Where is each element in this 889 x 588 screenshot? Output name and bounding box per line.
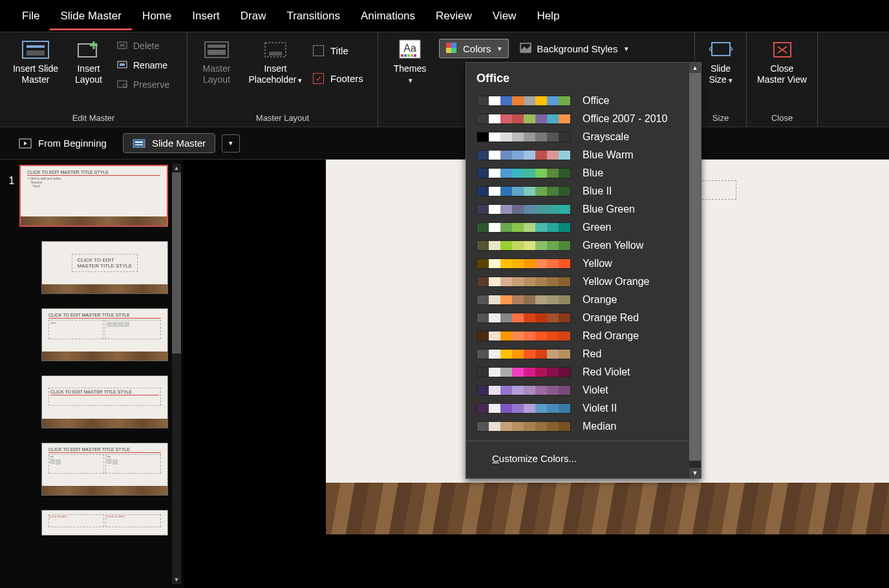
color-scheme-blue[interactable]: Blue (466, 164, 689, 182)
color-scheme-label: Blue (583, 167, 603, 179)
color-scheme-red-violet[interactable]: Red Violet (466, 363, 689, 381)
checkbox-checked-icon: ✓ (313, 73, 324, 84)
color-scheme-label: Orange (583, 294, 617, 306)
insert-slide-master-button[interactable]: Insert Slide Master (6, 36, 65, 88)
chevron-down-icon: ▾ (625, 45, 628, 53)
popup-scrollbar[interactable]: ▲ ▼ (689, 63, 701, 478)
color-scheme-office-2007-2010[interactable]: Office 2007 - 2010 (466, 110, 689, 128)
preserve-label: Preserve (133, 79, 169, 90)
insert-placeholder-button[interactable]: Insert Placeholder▾ (243, 36, 308, 88)
divider (466, 441, 689, 441)
color-swatch (477, 295, 571, 305)
size-group-label: Size (702, 113, 740, 127)
background-styles-button[interactable]: Background Styles ▾ (513, 39, 636, 58)
layout-thumbnail[interactable]: CLICK TO EDITCLICK TO EDIT (41, 510, 168, 536)
svg-rect-21 (404, 54, 407, 57)
master-layout-button: Master Layout (194, 36, 239, 88)
svg-rect-24 (414, 54, 416, 57)
scrollbar-handle[interactable] (689, 73, 701, 461)
master-layout-label: Master Layout (203, 63, 231, 85)
color-scheme-label: Yellow (583, 258, 612, 269)
svg-rect-27 (446, 48, 451, 53)
color-swatch (477, 313, 571, 323)
color-scheme-violet-ii[interactable]: Violet II (466, 399, 689, 417)
menu-view[interactable]: View (482, 2, 527, 30)
color-swatch (477, 258, 571, 269)
svg-rect-28 (451, 48, 456, 53)
menu-insert[interactable]: Insert (182, 2, 230, 30)
color-swatch (477, 150, 571, 160)
color-scheme-blue-green[interactable]: Blue Green (466, 200, 689, 218)
color-swatch (477, 132, 571, 142)
color-scheme-yellow-orange[interactable]: Yellow Orange (466, 273, 689, 291)
scroll-up-arrow[interactable]: ▲ (689, 63, 701, 73)
customize-colors-button[interactable]: Customize Colors... (466, 446, 689, 470)
color-scheme-label: Office (583, 95, 610, 107)
slide-master-mode-button[interactable]: Slide Master (123, 133, 215, 153)
footers-checkbox[interactable]: ✓ Footers (312, 70, 365, 87)
menu-transitions[interactable]: Transitions (276, 2, 350, 30)
close-master-view-button[interactable]: Close Master View (753, 36, 811, 88)
delete-button[interactable]: Delete (112, 38, 173, 54)
from-beginning-button[interactable]: From Beginning (9, 133, 116, 153)
color-scheme-blue-warm[interactable]: Blue Warm (466, 146, 689, 164)
scroll-down-arrow[interactable]: ▼ (689, 468, 701, 478)
menu-draw[interactable]: Draw (230, 2, 277, 30)
slide-master-thumbnail[interactable]: CLICK TO EDIT MASTER TITLE STYLE• Click … (19, 165, 168, 227)
layout-thumbnail[interactable]: CLICK TO EDIT MASTER TITLE STYLE• txt• t… (41, 443, 168, 496)
menu-help[interactable]: Help (526, 2, 570, 30)
svg-text:Aa: Aa (403, 43, 416, 54)
color-scheme-orange-red[interactable]: Orange Red (466, 309, 689, 327)
color-scheme-green-yellow[interactable]: Green Yellow (466, 236, 689, 255)
menu-home[interactable]: Home (132, 2, 182, 30)
color-scheme-label: Green (583, 222, 611, 233)
color-scheme-blue-ii[interactable]: Blue II (466, 182, 689, 200)
color-scheme-green[interactable]: Green (466, 218, 689, 236)
thumbnails-scrollbar[interactable]: ▲ ▼ (172, 163, 181, 584)
title-checkbox[interactable]: Title (312, 43, 365, 59)
color-swatch (477, 114, 571, 124)
themes-button[interactable]: Aa Themes▾ (385, 36, 435, 88)
svg-rect-35 (133, 140, 145, 147)
menu-file[interactable]: File (12, 2, 50, 30)
menu-review[interactable]: Review (425, 2, 482, 30)
master-layout-icon (200, 39, 233, 61)
colors-popup-header: Office (466, 68, 689, 92)
color-scheme-violet[interactable]: Violet (466, 381, 689, 399)
color-scheme-office[interactable]: Office (466, 92, 689, 110)
svg-rect-37 (135, 144, 143, 145)
colors-dropdown-button[interactable]: Colors ▾ (439, 39, 509, 58)
layout-thumbnail[interactable]: CLICK TO EDIT MASTER TITLE STYLE• text (41, 308, 168, 361)
insert-layout-button[interactable]: Insert Layout (69, 36, 109, 88)
svg-rect-20 (401, 54, 403, 57)
menu-slide-master[interactable]: Slide Master (50, 2, 131, 30)
main-area: 1 CLICK TO EDIT MASTER TITLE STYLE• Clic… (0, 160, 889, 588)
insert-slide-master-label: Insert Slide Master (13, 63, 58, 85)
color-swatch (477, 186, 571, 196)
scroll-up-arrow[interactable]: ▲ (173, 163, 181, 173)
color-scheme-red[interactable]: Red (466, 345, 689, 363)
slide-size-button[interactable]: Slide Size▾ (702, 36, 740, 88)
layout-thumbnail[interactable]: CLICK TO EDIT MASTER TITLE STYLE (41, 241, 168, 294)
svg-rect-10 (120, 63, 125, 66)
insert-layout-label: Insert Layout (75, 63, 102, 85)
color-scheme-median[interactable]: Median (466, 417, 689, 436)
scrollbar-handle[interactable] (172, 173, 181, 353)
color-swatch (477, 96, 571, 106)
background-icon (520, 43, 531, 54)
color-scheme-orange[interactable]: Orange (466, 291, 689, 309)
menu-animations[interactable]: Animations (350, 2, 425, 30)
color-scheme-grayscale[interactable]: Grayscale (466, 128, 689, 146)
delete-label: Delete (133, 41, 159, 51)
preserve-button[interactable]: Preserve (112, 77, 173, 92)
insert-placeholder-label: Insert Placeholder▾ (249, 63, 303, 85)
color-scheme-yellow[interactable]: Yellow (466, 255, 689, 273)
color-scheme-label: Blue Green (583, 204, 635, 215)
quick-access-dropdown[interactable]: ▾ (222, 134, 240, 152)
layout-thumbnail[interactable]: CLICK TO EDIT MASTER TITLE STYLE (41, 375, 168, 428)
scroll-down-arrow[interactable]: ▼ (173, 575, 181, 584)
chevron-down-icon: ▾ (729, 76, 733, 84)
chevron-down-icon: ▾ (298, 76, 302, 84)
color-scheme-red-orange[interactable]: Red Orange (466, 327, 689, 345)
rename-button[interactable]: Rename (112, 58, 173, 73)
